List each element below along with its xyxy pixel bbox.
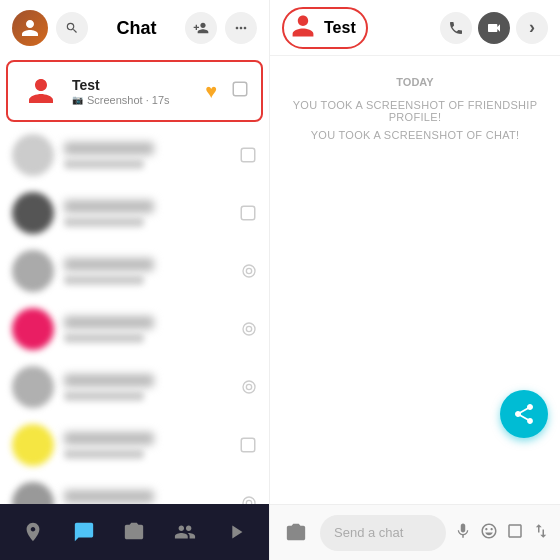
left-header: Chat (0, 0, 269, 56)
phone-call-button[interactable] (440, 12, 472, 44)
svg-rect-9 (241, 438, 255, 452)
video-call-button[interactable] (478, 12, 510, 44)
blurred-sub (64, 217, 144, 227)
mic-button[interactable] (454, 522, 472, 544)
blurred-info (64, 374, 231, 401)
blurred-name (64, 490, 154, 503)
svg-point-4 (246, 268, 251, 273)
snap-square-icon (239, 146, 257, 164)
blurred-sub (64, 449, 144, 459)
system-message-2: YOU TOOK A SCREENSHOT OF CHAT! (311, 129, 520, 141)
input-right-icons (454, 522, 550, 544)
chat-item-test[interactable]: Test 📷 Screenshot · 17s ♥ (6, 60, 263, 122)
bitmoji-button[interactable] (532, 522, 550, 544)
blurred-avatar (12, 424, 54, 466)
snap-square-icon (239, 436, 257, 454)
svg-point-7 (243, 381, 255, 393)
camera-outline-icon (241, 321, 257, 337)
more-info-button[interactable]: › (516, 12, 548, 44)
blurred-avatar (12, 308, 54, 350)
test-chat-info: Test 📷 Screenshot · 17s (72, 77, 195, 106)
page-title: Chat (96, 18, 177, 39)
blurred-avatar (12, 134, 54, 176)
blurred-name (64, 374, 154, 387)
list-item[interactable] (0, 416, 269, 474)
blurred-info (64, 142, 229, 169)
blurred-info (64, 316, 231, 343)
search-button[interactable] (56, 12, 88, 44)
blurred-sub (64, 391, 144, 401)
snap-square-icon (239, 204, 257, 222)
nav-map[interactable] (13, 512, 53, 552)
blurred-avatar (12, 192, 54, 234)
chat-user-header[interactable]: Test (282, 7, 368, 49)
share-fab-button[interactable] (500, 390, 548, 438)
svg-point-8 (246, 384, 251, 389)
blurred-info (64, 490, 231, 505)
right-header-actions: › (440, 12, 548, 44)
chat-snap-icon (231, 80, 249, 102)
svg-point-6 (246, 326, 251, 331)
svg-rect-1 (241, 148, 255, 162)
date-label: TODAY (396, 76, 433, 88)
blurred-sub (64, 275, 144, 285)
svg-point-5 (243, 323, 255, 335)
emoji-button[interactable] (480, 522, 498, 544)
right-header: Test › (270, 0, 560, 56)
blurred-avatar (12, 250, 54, 292)
test-chat-name: Test (72, 77, 195, 93)
svg-rect-2 (241, 206, 255, 220)
bottom-nav (0, 504, 269, 560)
list-item[interactable] (0, 242, 269, 300)
chat-input-placeholder: Send a chat (334, 525, 403, 540)
svg-point-3 (243, 265, 255, 277)
blurred-avatar (12, 366, 54, 408)
right-panel: Test › TODAY YOU TOOK A SCREENSHOT OF (270, 0, 560, 560)
right-user-name: Test (324, 19, 356, 37)
list-item[interactable] (0, 474, 269, 504)
svg-rect-0 (233, 82, 247, 96)
nav-chat[interactable] (64, 512, 104, 552)
add-friend-button[interactable] (185, 12, 217, 44)
blurred-name (64, 200, 154, 213)
test-chat-sub: 📷 Screenshot · 17s (72, 94, 195, 106)
blurred-sub (64, 159, 144, 169)
blurred-sub (64, 333, 144, 343)
right-user-avatar (290, 13, 316, 43)
camera-outline-icon (241, 495, 257, 504)
system-message-1: YOU TOOK A SCREENSHOT OF FRIENDSHIP PROF… (280, 99, 550, 123)
nav-friends[interactable] (165, 512, 205, 552)
list-item[interactable] (0, 300, 269, 358)
header-actions (185, 12, 257, 44)
blurred-name (64, 142, 154, 155)
nav-stories[interactable] (216, 512, 256, 552)
chat-list: Test 📷 Screenshot · 17s ♥ (0, 56, 269, 504)
left-panel: Chat (0, 0, 270, 560)
sticker-button[interactable] (506, 522, 524, 544)
blurred-name (64, 432, 154, 445)
chat-text-input[interactable]: Send a chat (320, 515, 446, 551)
camera-outline-icon (241, 379, 257, 395)
list-item[interactable] (0, 126, 269, 184)
blurred-name (64, 258, 154, 271)
blurred-avatar (12, 482, 54, 504)
blurred-info (64, 200, 229, 227)
camera-outline-icon (241, 263, 257, 279)
blurred-name (64, 316, 154, 329)
more-options-button[interactable] (225, 12, 257, 44)
chat-heart-icon: ♥ (205, 80, 217, 103)
chat-input-area: Send a chat (270, 504, 560, 560)
test-avatar (20, 70, 62, 112)
blurred-info (64, 258, 231, 285)
list-item[interactable] (0, 184, 269, 242)
user-avatar[interactable] (12, 10, 48, 46)
nav-camera[interactable] (114, 512, 154, 552)
svg-point-11 (246, 500, 251, 504)
list-item[interactable] (0, 358, 269, 416)
blurred-info (64, 432, 229, 459)
camera-button[interactable] (280, 517, 312, 549)
